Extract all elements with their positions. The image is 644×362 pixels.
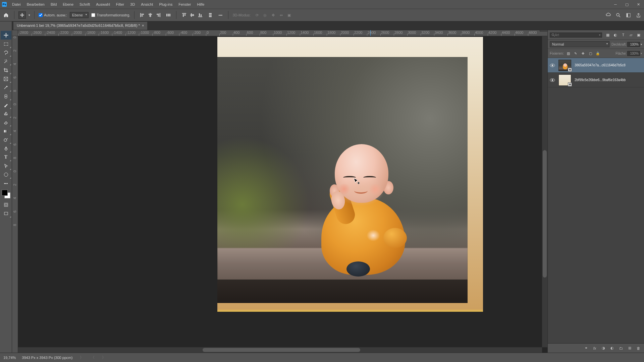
lock-transparency-button[interactable]: ▨ — [565, 50, 571, 56]
maximize-button[interactable]: ▢ — [621, 0, 633, 9]
auto-select-checkbox[interactable]: Autom. ausw.: — [39, 13, 67, 17]
layer-row[interactable]: ▣ 3865a59347e7a...c611646d7b5c8 — [548, 58, 644, 73]
close-button[interactable]: ✕ — [633, 0, 644, 9]
transform-controls-input[interactable] — [91, 13, 95, 17]
filter-type-button[interactable]: T — [620, 32, 627, 38]
layer-thumbnail[interactable]: ▣ — [558, 60, 571, 71]
opacity-value[interactable]: 100% — [627, 42, 640, 47]
menu-fenster[interactable]: Fenster — [176, 1, 194, 8]
document-canvas[interactable] — [217, 37, 483, 312]
link-layers-button[interactable]: ⚭ — [582, 345, 590, 352]
eyedropper-tool[interactable] — [1, 83, 11, 92]
distribute-v-button[interactable] — [207, 11, 214, 19]
scrollbar-vertical[interactable] — [542, 36, 547, 347]
minimize-button[interactable]: ─ — [610, 0, 621, 9]
menu-3d[interactable]: 3D — [127, 1, 138, 8]
layer-visibility-toggle[interactable] — [548, 78, 557, 82]
layer-style-button[interactable]: fx — [591, 345, 598, 352]
align-right-button[interactable] — [155, 11, 162, 19]
menu-bild[interactable]: Bild — [48, 1, 59, 8]
status-next-button[interactable]: 〉 — [102, 355, 106, 360]
align-bottom-button[interactable] — [197, 11, 204, 19]
filter-pixel-button[interactable]: ▦ — [604, 32, 611, 38]
color-swatches[interactable] — [2, 190, 10, 198]
share-button[interactable] — [635, 11, 642, 19]
menu-ebene[interactable]: Ebene — [60, 1, 76, 8]
status-more-button[interactable]: 〉 — [80, 355, 84, 360]
menu-filter[interactable]: Filter — [113, 1, 127, 8]
menu-hilfe[interactable]: Hilfe — [194, 1, 207, 8]
transform-controls-checkbox[interactable]: Transformationsstrg. — [91, 13, 130, 17]
align-top-button[interactable] — [180, 11, 188, 19]
doc-dimensions[interactable]: 3943 Px x 3943 Px (300 ppcm) — [22, 356, 72, 360]
lock-pixels-button[interactable]: ✎ — [573, 50, 579, 56]
chevron-down-icon[interactable]: ▾ — [29, 13, 30, 17]
chevron-down-icon[interactable]: ▾ — [599, 34, 600, 37]
ruler-vertical[interactable]: 024680246802468 — [12, 36, 18, 353]
align-vcenter-button[interactable] — [189, 11, 196, 19]
menu-ansicht[interactable]: Ansicht — [138, 1, 156, 8]
scrollbar-horizontal[interactable] — [18, 347, 542, 353]
workspace-button[interactable] — [625, 11, 632, 19]
new-layer-button[interactable]: ⊞ — [626, 345, 633, 352]
gradient-tool[interactable] — [1, 127, 11, 135]
pen-tool[interactable] — [1, 144, 11, 153]
lock-artboard-button[interactable]: ▢ — [587, 50, 593, 56]
adjustment-layer-button[interactable]: ◐ — [608, 345, 616, 352]
tool-preset-move[interactable] — [18, 11, 26, 19]
marquee-tool[interactable] — [1, 40, 11, 48]
edit-toolbar-tool[interactable]: ••• — [1, 179, 11, 188]
lock-all-button[interactable]: 🔒 — [595, 50, 601, 56]
lasso-tool[interactable] — [1, 48, 11, 57]
screen-mode-tool[interactable] — [1, 209, 11, 218]
fill-value[interactable]: 100% — [627, 51, 640, 56]
layer-name[interactable]: 3865a59347e7a...c611646d7b5c8 — [575, 63, 642, 67]
zoom-level[interactable]: 19,74% — [3, 356, 16, 360]
filter-adjust-button[interactable]: ◐ — [612, 32, 619, 38]
align-hcenter-button[interactable] — [147, 11, 154, 19]
cloud-docs-button[interactable] — [604, 11, 612, 19]
lock-position-button[interactable]: ✥ — [580, 50, 586, 56]
align-left-button[interactable] — [139, 11, 146, 19]
scrollbar-thumb[interactable] — [203, 348, 360, 352]
eraser-tool[interactable] — [1, 118, 11, 127]
auto-select-input[interactable] — [39, 13, 43, 17]
ruler-horizontal[interactable]: -2800-2600-2400-2200-2000-1800-1600-1400… — [18, 30, 547, 36]
layer-image-top[interactable] — [217, 57, 468, 303]
filter-shape-button[interactable]: ▱ — [628, 32, 634, 38]
menu-datei[interactable]: Datei — [9, 1, 23, 8]
layer-row[interactable]: ▣ 2bf99c5e26bbe6...9baf6e163a4bb — [548, 73, 644, 87]
status-prev-button[interactable]: 〈 — [91, 355, 95, 360]
dodge-tool[interactable] — [1, 135, 11, 144]
shape-tool[interactable] — [1, 170, 11, 179]
clone-stamp-tool[interactable] — [1, 109, 11, 118]
home-button[interactable] — [2, 11, 10, 19]
brush-tool[interactable] — [1, 101, 11, 109]
layer-visibility-toggle[interactable] — [548, 63, 557, 67]
blend-mode-dropdown[interactable]: Normal — [550, 41, 609, 47]
document-tab[interactable]: Unbenannt-1 bei 19,7% (3865a59347e7a5d3d… — [13, 22, 147, 30]
menu-plugins[interactable]: Plug-ins — [156, 1, 175, 8]
layer-group-button[interactable]: 🗀 — [617, 345, 625, 352]
path-selection-tool[interactable] — [1, 162, 11, 170]
layer-search-input[interactable] — [555, 33, 599, 37]
search-button[interactable] — [614, 11, 622, 19]
layer-mask-button[interactable]: ◑ — [600, 345, 607, 352]
foreground-color-swatch[interactable] — [2, 190, 8, 196]
menu-bearbeiten[interactable]: Bearbeiten — [24, 1, 47, 8]
layer-search[interactable]: ▾ — [550, 33, 602, 38]
move-tool[interactable] — [1, 31, 11, 40]
layer-name[interactable]: 2bf99c5e26bbe6...9baf6e163a4bb — [575, 78, 642, 82]
delete-layer-button[interactable]: 🗑 — [635, 345, 642, 352]
healing-brush-tool[interactable] — [1, 92, 11, 101]
quick-mask-tool[interactable] — [1, 200, 11, 209]
document-tab-close[interactable]: × — [142, 23, 144, 27]
menu-auswahl[interactable]: Auswahl — [93, 1, 113, 8]
frame-tool[interactable] — [1, 74, 11, 83]
crop-tool[interactable] — [1, 66, 11, 74]
menu-schrift[interactable]: Schrift — [77, 1, 93, 8]
magic-wand-tool[interactable] — [1, 57, 11, 66]
align-more-button[interactable]: ••• — [217, 11, 224, 19]
chevron-down-icon[interactable]: ▾ — [641, 52, 642, 55]
scrollbar-thumb[interactable] — [543, 150, 547, 278]
